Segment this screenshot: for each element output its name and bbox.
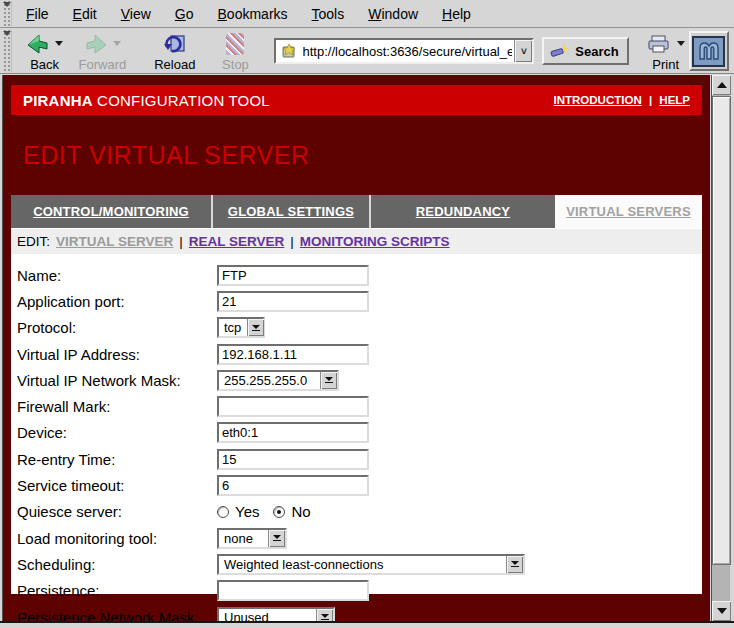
- persistence-mask-select-arrow-icon: [316, 609, 333, 622]
- piranha-brand: PIRANHA CONFIGURATION TOOL: [23, 92, 270, 109]
- menu-bookmarks[interactable]: Bookmarks: [218, 6, 288, 22]
- browser-menubar: File Edit View Go Bookmarks Tools Window…: [0, 0, 734, 28]
- brand-strong: PIRANHA: [23, 92, 93, 109]
- tab-virtual-servers[interactable]: VIRTUAL SERVERS: [555, 195, 702, 228]
- help-link[interactable]: HELP: [659, 94, 690, 106]
- search-button[interactable]: Search: [542, 37, 628, 65]
- print-icon: [646, 34, 672, 54]
- firewall-mark-field[interactable]: [217, 396, 369, 417]
- reentry-time-label: Re-entry Time:: [17, 451, 217, 468]
- url-bookmark-icon: [280, 43, 298, 59]
- virtual-ip-field[interactable]: [217, 344, 369, 365]
- menu-go[interactable]: Go: [175, 6, 194, 22]
- scheduling-select[interactable]: Weighted least-connections: [217, 554, 525, 575]
- protocol-select-arrow-icon: [247, 319, 264, 336]
- menu-edit[interactable]: Edit: [73, 6, 97, 22]
- protocol-value: tcp: [219, 319, 247, 336]
- edit-subnav: EDIT: VIRTUAL SERVER | REAL SERVER | MON…: [11, 228, 702, 254]
- header-link-separator: |: [649, 94, 652, 106]
- print-button[interactable]: Print: [643, 30, 689, 73]
- search-label: Search: [575, 44, 618, 59]
- main-tabs: CONTROL/MONITORING GLOBAL SETTINGS REDUN…: [11, 195, 702, 228]
- quiesce-no-radio[interactable]: [273, 506, 285, 518]
- subnav-monitoring-scripts-link[interactable]: MONITORING SCRIPTS: [300, 234, 450, 249]
- subnav-virtual-server-current: VIRTUAL SERVER: [56, 234, 173, 249]
- form-row-scheduling: Scheduling: Weighted least-connections: [17, 551, 702, 577]
- tab-redundancy[interactable]: REDUNDANCY: [371, 195, 555, 228]
- service-timeout-field[interactable]: [217, 475, 369, 496]
- form-row-persistence: Persistence:: [17, 578, 702, 604]
- device-field[interactable]: [217, 422, 369, 443]
- back-dropdown-caret[interactable]: [55, 41, 63, 46]
- mozilla-throbber-button[interactable]: [689, 31, 729, 71]
- form-row-device: Device:: [17, 420, 702, 446]
- firewall-mark-label: Firewall Mark:: [17, 398, 217, 415]
- print-dropdown-caret[interactable]: [677, 41, 685, 46]
- browser-toolbar: Back Forward Reload Stop: [0, 29, 734, 74]
- vertical-scrollbar[interactable]: [711, 75, 730, 621]
- url-bar: ˅: [274, 38, 534, 64]
- introduction-link[interactable]: INTRODUCTION: [554, 94, 642, 106]
- scroll-up-arrow-icon: [717, 82, 727, 88]
- name-field[interactable]: [217, 265, 369, 286]
- scroll-down-button[interactable]: [712, 601, 731, 621]
- name-label: Name:: [17, 267, 217, 284]
- menu-file[interactable]: File: [26, 6, 49, 22]
- url-input[interactable]: [300, 44, 514, 59]
- persistence-mask-select[interactable]: Unused: [217, 607, 335, 622]
- scheduling-label: Scheduling:: [17, 556, 217, 573]
- search-flashlight-icon: [550, 43, 570, 59]
- load-monitoring-select-arrow-icon: [268, 530, 285, 547]
- page-title-area: EDIT VIRTUAL SERVER: [11, 115, 702, 195]
- print-label: Print: [652, 57, 679, 72]
- back-label: Back: [30, 57, 59, 72]
- menu-window[interactable]: Window: [368, 6, 418, 22]
- form-row-persistence-mask: Persistence Network Mask: Unused: [17, 604, 702, 621]
- device-label: Device:: [17, 424, 217, 441]
- toolbar-grip-handle[interactable]: [2, 30, 12, 72]
- reentry-time-field[interactable]: [217, 449, 369, 470]
- form-row-firewall-mark: Firewall Mark:: [17, 393, 702, 419]
- persistence-label: Persistence:: [17, 582, 217, 599]
- subnav-separator-1: |: [179, 234, 183, 249]
- scroll-up-button[interactable]: [712, 75, 731, 95]
- virtual-ip-mask-value: 255.255.255.0: [219, 372, 320, 389]
- back-button[interactable]: Back: [22, 30, 68, 73]
- menu-help[interactable]: Help: [442, 6, 471, 22]
- application-port-label: Application port:: [17, 293, 217, 310]
- scrollbar-thumb[interactable]: [712, 96, 731, 565]
- menubar-grip-handle[interactable]: [2, 1, 12, 26]
- virtual-ip-mask-select[interactable]: 255.255.255.0: [217, 370, 339, 391]
- page-title: EDIT VIRTUAL SERVER: [11, 141, 309, 170]
- form-row-application-port: Application port:: [17, 288, 702, 314]
- forward-dropdown-caret: [113, 41, 121, 46]
- url-dropdown-button[interactable]: ˅: [514, 40, 532, 62]
- quiesce-yes-radio[interactable]: [217, 506, 229, 518]
- quiesce-radio-group: Yes No: [217, 503, 319, 520]
- forward-button[interactable]: Forward: [76, 30, 130, 73]
- form-row-protocol: Protocol: tcp: [17, 315, 702, 341]
- persistence-field[interactable]: [217, 580, 369, 601]
- application-port-field[interactable]: [217, 291, 369, 312]
- header-links: INTRODUCTION | HELP: [554, 94, 690, 106]
- reload-label: Reload: [154, 57, 195, 72]
- reload-button[interactable]: Reload: [151, 30, 198, 73]
- virtual-ip-mask-select-arrow-icon: [320, 372, 337, 389]
- back-icon: [26, 33, 50, 55]
- reload-icon: [163, 33, 187, 55]
- menu-tools[interactable]: Tools: [312, 6, 345, 22]
- tab-control-monitoring[interactable]: CONTROL/MONITORING: [11, 195, 213, 228]
- piranha-page: PIRANHA CONFIGURATION TOOL INTRODUCTION …: [3, 75, 710, 594]
- mozilla-logo-icon: [692, 36, 725, 67]
- menu-view[interactable]: View: [121, 6, 151, 22]
- virtual-server-form: Name: Application port: Protocol: tcp Vi…: [11, 254, 702, 594]
- tab-global-settings[interactable]: GLOBAL SETTINGS: [213, 195, 371, 228]
- protocol-select[interactable]: tcp: [217, 317, 265, 338]
- load-monitoring-select[interactable]: none: [217, 528, 287, 549]
- subnav-separator-2: |: [290, 234, 294, 249]
- form-row-service-timeout: Service timeout:: [17, 472, 702, 498]
- load-monitoring-value: none: [219, 530, 268, 547]
- piranha-header-bar: PIRANHA CONFIGURATION TOOL INTRODUCTION …: [11, 85, 702, 115]
- subnav-real-server-link[interactable]: REAL SERVER: [189, 234, 285, 249]
- stop-button[interactable]: Stop: [212, 30, 258, 73]
